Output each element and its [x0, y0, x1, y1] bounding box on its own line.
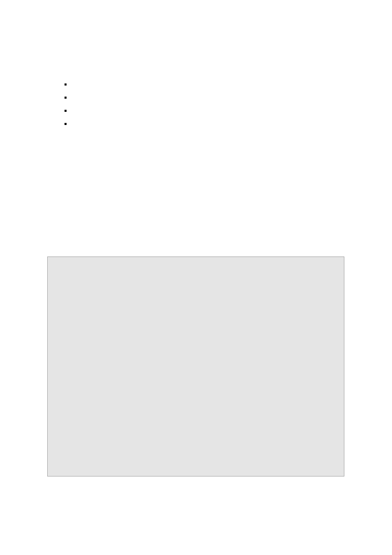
bullet-icon — [65, 83, 67, 86]
content-placeholder-box — [47, 257, 344, 476]
bullet-icon — [65, 123, 67, 125]
bullet-list — [65, 83, 67, 136]
bullet-icon — [65, 110, 67, 112]
bullet-icon — [65, 97, 67, 99]
